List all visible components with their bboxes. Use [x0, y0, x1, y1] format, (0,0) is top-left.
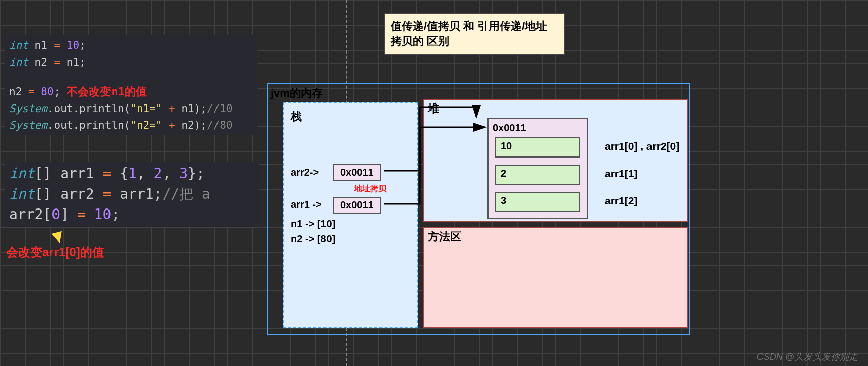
comment: //10: [207, 102, 233, 115]
var: n2: [181, 119, 194, 131]
punct: };: [188, 165, 205, 182]
punct: );: [194, 102, 207, 115]
var: arr2: [60, 186, 102, 202]
code-block-ref-copy: int[] arr1 = {1, 2, 3}; int[] arr2 = arr…: [5, 162, 259, 227]
heap-label-1: arr1[1]: [605, 168, 637, 180]
string: "n1=": [130, 102, 162, 115]
op: +: [162, 119, 181, 131]
op: =: [77, 206, 94, 223]
system: System: [9, 102, 47, 115]
num: 10: [94, 206, 112, 223]
punct: ;: [79, 56, 86, 68]
address-copy-note: 地址拷贝: [354, 184, 387, 194]
num: 1: [128, 165, 137, 182]
punct: ;: [54, 86, 61, 98]
heap-label-0: arr1[0] , arr2[0]: [605, 140, 679, 152]
heap-cell-2: 3: [495, 192, 580, 212]
comment: //80: [207, 119, 233, 131]
num: 80: [41, 86, 53, 98]
brackets: []: [35, 165, 61, 182]
stack-n1: n1 -> [10]: [291, 218, 335, 230]
stack-arr1-label: arr1 ->: [291, 199, 322, 211]
keyword-int: int: [9, 186, 35, 202]
var: arr1;: [120, 186, 162, 202]
heap-label-2: arr1[2]: [605, 195, 637, 207]
var: n1: [181, 102, 194, 115]
watermark: CSDN @头发头发你别走: [757, 351, 858, 363]
jvm-title: jvm的内存: [270, 86, 323, 101]
punct: ;: [111, 206, 120, 223]
string: "n2=": [130, 119, 162, 131]
note-no-change: 不会改变n1的值: [60, 85, 147, 98]
stack-n2: n2 -> [80]: [291, 233, 335, 245]
punct: ,: [137, 165, 154, 182]
stack-arr1-value: 0x0011: [333, 197, 381, 214]
var: arr1: [60, 165, 102, 182]
op: =: [102, 165, 120, 182]
punct: );: [194, 119, 207, 131]
punct: ,: [162, 165, 179, 182]
var: n1: [28, 39, 54, 51]
heap-cell-1: 2: [495, 165, 580, 185]
op: =: [54, 39, 67, 51]
punct: ;: [79, 39, 86, 51]
system: System: [9, 119, 47, 131]
punct: {: [120, 165, 128, 182]
keyword-int: int: [9, 165, 35, 182]
method-area-box: [423, 227, 688, 328]
title-card: 值传递/值拷贝 和 引用传递/地址拷贝的 区别: [384, 13, 565, 55]
method-area-title: 方法区: [428, 229, 461, 244]
stack-title: 栈: [291, 109, 302, 124]
heap-cell-0: 10: [495, 137, 580, 158]
heap-title: 堆: [428, 101, 439, 116]
heap-object-address: 0x0011: [493, 122, 526, 134]
op: +: [162, 102, 181, 115]
op: =: [54, 56, 67, 68]
code-block-value-copy: int n1 = 10; int n2 = n1; n2 = 80; 不会改变n…: [5, 35, 257, 135]
op: =: [102, 186, 120, 202]
num: 3: [179, 165, 188, 182]
num: 2: [154, 165, 162, 182]
keyword-int: int: [9, 56, 28, 68]
num: 10: [67, 39, 79, 51]
var: n1: [67, 56, 79, 68]
note-will-change: 会改变arr1[0]的值: [6, 244, 104, 260]
brackets: []: [35, 186, 61, 202]
stack-arr2-label: arr2->: [291, 167, 319, 178]
punct: ]: [60, 206, 77, 223]
code: .out.println(: [47, 119, 130, 131]
stack-arr2-value: 0x0011: [333, 164, 381, 181]
code: .out.println(: [47, 102, 130, 115]
num: 0: [51, 206, 60, 223]
var: arr2: [9, 206, 43, 223]
op: =: [28, 86, 41, 98]
var: n2: [28, 56, 54, 68]
comment: //把 a: [162, 186, 210, 202]
keyword-int: int: [9, 39, 28, 51]
stack-box: [283, 102, 418, 328]
var: n2: [9, 86, 28, 98]
punct: [: [43, 206, 51, 223]
